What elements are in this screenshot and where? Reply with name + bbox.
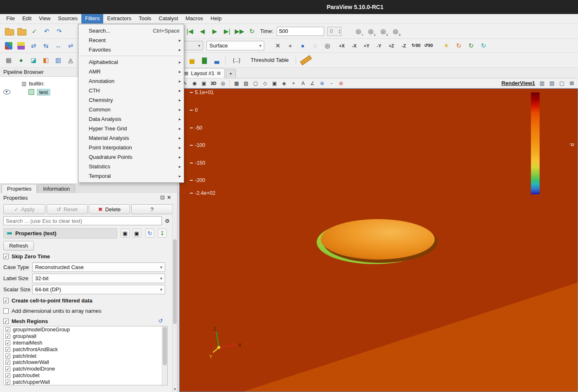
select-polygon-button[interactable]: ◇ [261,79,269,87]
clip-filter-button[interactable]: ◪ [28,55,39,66]
save-data-button[interactable] [17,26,27,37]
mesh-item-checkbox[interactable]: ✓ [5,373,10,378]
zoom-to-data-button[interactable]: ◎+ [353,26,364,37]
filters-menu-favorites[interactable]: Favorites▸ [78,45,184,54]
reset-camera-button[interactable]: ✕ [272,40,283,51]
mesh-region-item[interactable]: ✓patch/frontAndBack [4,346,167,353]
filters-menu-data-analysis[interactable]: Data Analysis▸ [78,114,184,124]
rotate-clockwise-button[interactable]: ↻ [466,40,476,51]
mesh-item-checkbox[interactable]: ✓ [5,360,10,365]
rotate-counterclockwise-button[interactable]: ↻ [478,40,489,51]
label-size-combo[interactable]: 32-bit ▾ [32,274,165,283]
search-options-button[interactable]: ⚙ [163,216,172,225]
source-label[interactable]: test [37,89,50,96]
mesh-scrollbar-thumb[interactable] [163,327,167,365]
reset-button[interactable]: ↺ Reset [47,204,88,214]
filters-menu-statistics[interactable]: Statistics▸ [78,162,184,171]
split-vertical-button[interactable]: ▤ [547,79,557,87]
rescale-custom-button[interactable]: ⇆ [40,40,51,51]
reload-properties-button[interactable]: ↻ [145,229,154,238]
undo-button[interactable]: ↶ [41,26,52,37]
tab-layout-1[interactable]: ▦ Layout #1 ⊠ [180,68,225,78]
menu-tools[interactable]: Tools [135,14,155,24]
mesh-region-item[interactable]: ✓patch/upperWall [4,379,167,385]
filters-menu-chemistry[interactable]: Chemistry▸ [78,95,184,105]
menu-sources[interactable]: Sources [54,14,81,24]
render-viewport[interactable]: Z X Y 5.1e+01 0 -50 -100 -150 -200 -2.4e… [179,88,578,392]
mesh-regions-reset-button[interactable]: ↺ [156,316,165,325]
view-minus-z-button[interactable]: -Z [398,40,409,51]
view-plus-y-button[interactable]: +Y [361,40,372,51]
menu-catalyst[interactable]: Catalyst [155,14,182,24]
menu-macros[interactable]: Macros [182,14,207,24]
plot-over-time-button[interactable]: ▃ [211,55,222,66]
filters-menu-material-analysis[interactable]: Material Analysis▸ [78,133,184,143]
spin-down-icon[interactable]: ▾ [339,31,341,34]
clear-selection-button[interactable]: ⊘ [337,79,345,87]
mesh-region-item[interactable]: ✓internalMesh [4,340,167,346]
custom-view-2-button[interactable]: ◎2 [378,26,388,37]
mesh-item-checkbox[interactable]: ✓ [5,334,10,339]
menu-filters[interactable]: Filters [81,14,103,24]
filters-menu-annotation[interactable]: Annotation▸ [78,76,184,86]
mesh-region-item[interactable]: ✓group/wall [4,333,167,340]
mesh-list-scrollbar[interactable] [162,326,167,385]
menu-view[interactable]: View [35,14,54,24]
previous-frame-button[interactable]: ◀ [197,26,208,37]
hover-points-button[interactable]: + [289,79,298,87]
filters-menu-quadrature-points[interactable]: Quadrature Points▸ [78,152,184,162]
reset-camera-closest-button[interactable]: + [285,40,296,51]
cell-to-point-checkbox[interactable]: ✓ [3,298,9,303]
pick-center-button[interactable]: ◎ [322,40,333,51]
zoom-to-box-button[interactable]: ◎ [219,79,227,87]
collapse-icon[interactable] [7,232,12,234]
adjust-camera-button[interactable]: ▣ [200,79,208,87]
panel-scrollbar-thumb[interactable] [173,239,177,324]
close-tab-icon[interactable]: ⊠ [217,71,221,76]
add-layout-tab-button[interactable]: + [226,69,236,78]
color-map-button[interactable] [3,40,14,51]
light-kit-button[interactable]: ☀ [441,40,452,51]
rescale-range-button[interactable]: ⇄ [28,40,39,51]
menu-edit[interactable]: Edit [19,14,35,24]
view-minus-y-button[interactable]: -Y [374,40,384,51]
visibility-eye-icon[interactable] [3,90,10,94]
menu-file[interactable]: File [2,14,19,24]
auto-apply-button[interactable]: ✓ [29,26,40,37]
properties-section-header[interactable]: Properties (test) [3,228,117,239]
filters-menu-search[interactable]: Search... Ctrl+Space [78,26,184,35]
reset-center-button[interactable]: ◌ [310,40,320,51]
case-type-combo[interactable]: Reconstructed Case ▾ [32,262,165,272]
menu-help[interactable]: Help [207,14,225,24]
filters-menu-hyper-tree-grid[interactable]: Hyper Tree Grid▸ [78,124,184,133]
tooltip-select-button[interactable]: A [299,79,307,87]
skip-zero-time-checkbox[interactable]: ✓ [3,254,9,259]
close-view-button[interactable]: ⊠ [567,79,576,87]
spreadsheet-button[interactable]: ▦ [3,55,14,66]
slice-filter-button[interactable]: ◧ [40,55,51,66]
capture-screenshot-button[interactable]: ◉ [190,79,199,87]
contour-filter-button[interactable]: ◬ [65,55,76,66]
restore-defaults-button[interactable]: ↧ [158,229,167,238]
view-plus-z-button[interactable]: +Z [386,40,397,51]
select-points-rect-button[interactable]: ▧ [242,79,250,87]
rotate-90-cw-button[interactable]: ↻90 [411,40,422,51]
filters-menu-recent[interactable]: Recent▸ [78,35,184,45]
view-minus-x-button[interactable]: -X [349,40,360,51]
mesh-item-checkbox[interactable]: ✓ [5,327,10,332]
select-block-button[interactable]: ▣ [270,79,279,87]
copy-properties-button[interactable]: ▣ [121,229,130,238]
refresh-button[interactable]: Refresh [3,241,34,250]
mesh-region-item[interactable]: ✓patch/modelDrone [4,366,167,372]
representation-combo[interactable]: Surface ▾ [206,41,264,50]
ruler-button[interactable] [299,55,313,66]
rotate-90-ccw-button[interactable]: ↺90 [423,40,434,51]
mesh-region-item[interactable]: ✓patch/outlet [4,372,167,379]
select-cells-rect-button[interactable]: ▦ [232,79,241,87]
menu-extractors[interactable]: Extractors [103,14,135,24]
custom-view-3-button[interactable]: ◎3 [390,26,401,37]
time-frame-spinbox[interactable]: 0 ▴▾ [327,27,341,36]
custom-view-1-button[interactable]: ◎1 [365,26,376,37]
next-frame-button[interactable]: ▶| [222,26,232,37]
subtract-selection-button[interactable]: − [327,79,336,87]
